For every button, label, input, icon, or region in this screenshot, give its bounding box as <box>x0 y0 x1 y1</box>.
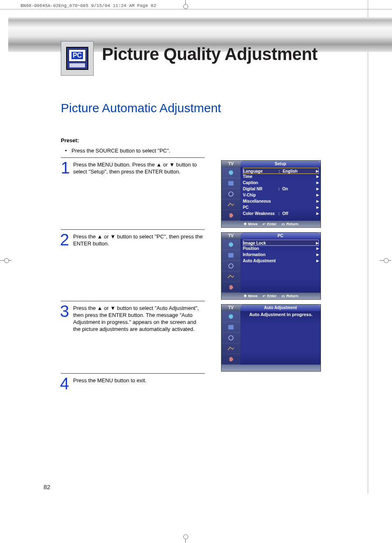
osd-setup: TV Setup Language:English▶ Time▶ Caption… <box>221 160 321 228</box>
input-icon <box>221 311 240 322</box>
page-title: Picture Quality Adjustment <box>102 44 318 64</box>
osd-menu: Language:English▶ Time▶ Caption▶ Digital… <box>240 167 321 221</box>
crop-mark-right <box>380 256 392 265</box>
step-number-1: 1 <box>61 159 70 177</box>
svg-rect-4 <box>228 253 234 257</box>
osd-sidebar <box>221 167 240 221</box>
menu-item-miscellaneous[interactable]: Miscellaneous▶ <box>243 198 319 204</box>
osd-footer: ✥ Move ↵ Enter ▭ Return <box>221 221 321 227</box>
osd-footer <box>221 365 321 371</box>
crop-line <box>0 9 392 9</box>
osd-tv-label: TV <box>221 161 240 167</box>
crop-header: BN68-00645A-02Eng_070~085 9/15/04 11:24 … <box>21 3 156 8</box>
move-hint: ✥ Move <box>244 294 258 298</box>
divider <box>61 373 205 374</box>
enter-hint: ↵ Enter <box>263 222 277 226</box>
divider <box>61 157 205 158</box>
step-text-4: Press the MENU button to exit. <box>73 377 203 384</box>
preset-label: Preset: <box>61 137 79 143</box>
menu-item-vchip[interactable]: V-Chip▶ <box>243 192 319 198</box>
channel-icon <box>221 199 240 210</box>
menu-item-digital-nr[interactable]: Digital NR:On▶ <box>243 186 319 192</box>
picture-icon <box>221 250 240 261</box>
channel-icon <box>221 343 240 354</box>
svg-rect-7 <box>228 325 234 329</box>
setup-icon <box>221 282 240 293</box>
step-number-3: 3 <box>60 302 69 321</box>
osd-title: Setup <box>240 161 321 167</box>
osd-sidebar <box>221 311 240 365</box>
svg-rect-1 <box>228 181 234 185</box>
osd-message: Auto Adjustment in progress. <box>240 311 321 365</box>
input-icon <box>221 167 240 178</box>
sound-icon <box>221 261 240 271</box>
step-number-2: 2 <box>60 231 69 249</box>
menu-item-image-lock[interactable]: Image Lock▶ <box>243 240 319 246</box>
osd-title: Auto Adjustment <box>240 305 321 311</box>
menu-item-color-weakness[interactable]: Color Weakness:Off▶ <box>243 210 319 217</box>
osd-footer: ✥ Move ↵ Enter ▭ Return <box>221 293 321 299</box>
preset-text: •Press the SOURCE button to select "PC". <box>65 148 170 154</box>
crop-line <box>368 0 368 494</box>
return-hint: ▭ Return <box>281 294 298 298</box>
return-hint: ▭ Return <box>281 222 298 226</box>
menu-item-caption[interactable]: Caption▶ <box>243 180 319 186</box>
svg-point-5 <box>229 263 233 268</box>
input-icon <box>221 239 240 250</box>
osd-tv-label: TV <box>221 233 240 239</box>
svg-point-6 <box>229 314 233 319</box>
crop-mark-bottom <box>180 533 192 543</box>
osd-pc: TV PC Image Lock▶ Position▶ Information▶… <box>221 232 321 300</box>
step-text-1: Press the MENU button. Press the ▲ or ▼ … <box>73 162 203 176</box>
picture-icon <box>221 322 240 333</box>
menu-item-information[interactable]: Information▶ <box>243 252 319 258</box>
menu-item-language[interactable]: Language:English▶ <box>243 168 319 174</box>
osd-sidebar <box>221 239 240 293</box>
step-text-2: Press the ▲ or ▼ button to select "PC", … <box>73 233 203 247</box>
svg-point-2 <box>229 192 233 196</box>
menu-item-time[interactable]: Time▶ <box>243 173 319 180</box>
svg-point-3 <box>229 242 233 247</box>
menu-item-auto-adjustment[interactable]: Auto Adjustment▶ <box>243 258 319 264</box>
osd-menu: Image Lock▶ Position▶ Information▶ Auto … <box>240 239 321 293</box>
osd-title: PC <box>240 233 321 239</box>
setup-icon <box>221 210 240 221</box>
menu-item-pc[interactable]: PC▶ <box>243 204 319 210</box>
sound-icon <box>221 189 240 199</box>
pc-badge-text: PC <box>71 52 83 59</box>
page-number: 82 <box>44 483 51 490</box>
picture-icon <box>221 178 240 189</box>
step-number-4: 4 <box>60 374 69 393</box>
step-text-3: Press the ▲ or ▼ button to select "Auto … <box>73 305 203 333</box>
osd-tv-label: TV <box>221 305 240 311</box>
sound-icon <box>221 333 240 343</box>
channel-icon <box>221 271 240 282</box>
svg-point-8 <box>229 335 233 340</box>
divider <box>61 229 205 230</box>
pc-icon: PC <box>61 41 94 76</box>
crop-mark-left <box>0 256 12 265</box>
menu-item-position[interactable]: Position▶ <box>243 245 319 252</box>
enter-hint: ↵ Enter <box>263 294 277 298</box>
section-title: Picture Automatic Adjustment <box>61 101 221 115</box>
svg-point-0 <box>229 170 233 175</box>
divider <box>61 301 205 301</box>
setup-icon <box>221 354 240 365</box>
osd-auto-adjustment: TV Auto Adjustment Auto Adjustment in pr… <box>221 304 321 372</box>
move-hint: ✥ Move <box>244 222 258 226</box>
